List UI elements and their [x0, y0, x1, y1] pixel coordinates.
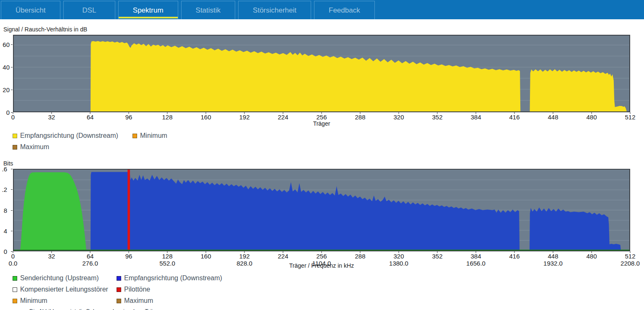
- snr-chart-svg: [14, 36, 629, 111]
- x-tick-label: 192: [239, 253, 249, 260]
- freq-tick-label: 828.0: [236, 260, 252, 267]
- legend-label: Maximum: [124, 297, 153, 305]
- y-tick-mark: [11, 44, 13, 45]
- tab-dsl[interactable]: DSL: [63, 1, 115, 19]
- tab-label: Spektrum: [133, 6, 164, 15]
- pilottoene-marker: [127, 170, 130, 251]
- x-tick-label: 256: [316, 253, 327, 260]
- bits-chart-svg: [14, 170, 629, 251]
- x-tick-label: 160: [200, 114, 211, 121]
- y-tick-label: 40: [3, 64, 10, 70]
- freq-tick-label: 1932.0: [543, 260, 563, 267]
- x-tick-label: 320: [393, 114, 404, 121]
- snr-chart-title: Signal / Rausch-Verhältnis in dB: [0, 26, 644, 33]
- x-tick-label: 384: [470, 253, 481, 260]
- y-tick-mark: [11, 210, 13, 211]
- upstream-swatch-icon: [13, 276, 17, 281]
- pilottoene-swatch-icon: [117, 287, 121, 292]
- snr-y-axis-labels: 6040200: [0, 35, 13, 112]
- legend-item-maximum: Maximum: [13, 143, 132, 151]
- tab-label: Statistik: [196, 6, 221, 15]
- legend-label: Empfangsrichtung (Downstream): [124, 274, 222, 282]
- y-tick-label: .6: [2, 166, 7, 172]
- freq-tick-label: 0.0: [9, 260, 18, 267]
- x-tick-label: 32: [48, 114, 55, 121]
- tab-feedback[interactable]: Feedback: [314, 1, 375, 19]
- legend-label: Minimum: [20, 297, 47, 305]
- y-tick-label: 0: [4, 248, 7, 255]
- bits-plot-area: [13, 169, 630, 251]
- x-tick-label: 64: [87, 253, 94, 260]
- x-tick-label: 352: [432, 253, 442, 260]
- x-tick-label: 288: [355, 114, 365, 121]
- legend-item-maximum: Maximum: [117, 297, 273, 305]
- tab-statistik[interactable]: Statistik: [181, 1, 236, 19]
- maximum-swatch-icon: [13, 145, 17, 150]
- x-tick-label: 128: [162, 114, 172, 121]
- x-tick-label: 448: [548, 253, 558, 260]
- y-tick-mark: [11, 189, 13, 190]
- snr-legend: Empfangsrichtung (Downstream)MinimumMaxi…: [13, 132, 273, 151]
- y-tick-label: 20: [3, 86, 10, 93]
- downstream-swatch-icon: [13, 134, 17, 138]
- maximum-swatch-icon: [117, 299, 121, 303]
- x-tick-label: 160: [200, 253, 211, 260]
- bits-legend: Senderichtung (Upstream)Empfangsrichtung…: [13, 274, 273, 305]
- y-tick-label: 0: [6, 109, 10, 116]
- tab-uebersicht[interactable]: Übersicht: [1, 1, 60, 19]
- freq-tick-label: 552.0: [159, 260, 175, 267]
- snr-x-axis: Träger 032649612816019222425628832035238…: [13, 112, 630, 129]
- tab-stoersicherheit[interactable]: Störsicherheit: [238, 1, 311, 19]
- freq-tick-label: 1380.0: [389, 260, 408, 267]
- x-tick-label: 96: [125, 114, 132, 121]
- freq-tick-label: 2208.0: [621, 260, 640, 267]
- x-tick-label: 416: [509, 253, 519, 260]
- legend-label: Kompensierter Leitungsstörer: [20, 286, 108, 293]
- freq-tick-label: 1656.0: [466, 260, 486, 267]
- y-tick-mark: [11, 169, 13, 169]
- x-tick-label: 224: [278, 253, 288, 260]
- minimum-swatch-icon: [132, 134, 137, 138]
- tab-label: DSL: [82, 6, 96, 15]
- tab-label: Feedback: [329, 6, 360, 15]
- tab-spektrum[interactable]: Spektrum: [118, 1, 178, 19]
- snr-x-axis-title: Träger: [313, 120, 330, 127]
- downstream-swatch-icon: [117, 276, 121, 281]
- freq-tick-label: 1104.0: [312, 260, 331, 267]
- x-tick-label: 192: [239, 114, 249, 121]
- x-tick-label: 224: [278, 114, 288, 121]
- y-tick-label: 4: [4, 227, 7, 234]
- minimum-swatch-icon: [13, 299, 17, 303]
- downstream-snr-area: [14, 41, 629, 111]
- legend-item-pilottoene: Pilottöne: [117, 286, 273, 293]
- y-tick-label: 60: [3, 41, 10, 47]
- y-tick-mark: [11, 251, 13, 252]
- clipped-paragraph: Die Abbildung zeigt die Belegung der ein…: [29, 308, 162, 310]
- x-tick-label: 256: [316, 114, 327, 121]
- x-tick-label: 352: [432, 114, 442, 121]
- y-tick-label: .2: [2, 186, 7, 193]
- snr-chart-section: Signal / Rausch-Verhältnis in dB 6040200…: [0, 26, 644, 151]
- bits-chart-row: .6.2840: [0, 169, 644, 251]
- x-tick-label: 512: [625, 253, 635, 260]
- legend-label: Pilottöne: [124, 286, 150, 293]
- snr-chart-row: 6040200: [0, 35, 644, 112]
- x-tick-label: 448: [548, 114, 558, 121]
- x-tick-label: 384: [470, 114, 481, 121]
- legend-item-downstream: Empfangsrichtung (Downstream): [117, 274, 273, 282]
- tab-bar: ÜbersichtDSLSpektrumStatistikStörsicherh…: [0, 0, 644, 19]
- freq-tick-label: 276.0: [82, 260, 98, 267]
- y-tick-label: 8: [4, 207, 7, 213]
- x-tick-label: 320: [393, 253, 404, 260]
- legend-item-minimum: Minimum: [132, 132, 273, 140]
- x-tick-label: 512: [625, 114, 635, 121]
- x-tick-label: 32: [48, 253, 55, 260]
- dsl-spektrum-page: ÜbersichtDSLSpektrumStatistikStörsicherh…: [0, 0, 644, 310]
- downstream-bits-area: [14, 172, 629, 251]
- x-tick-label: 64: [87, 114, 94, 121]
- legend-label: Minimum: [140, 132, 167, 140]
- bits-y-axis-labels: .6.2840: [0, 169, 13, 251]
- tab-label: Störsicherheit: [253, 6, 296, 15]
- legend-label: Empfangsrichtung (Downstream): [20, 132, 118, 140]
- x-tick-label: 416: [509, 114, 519, 121]
